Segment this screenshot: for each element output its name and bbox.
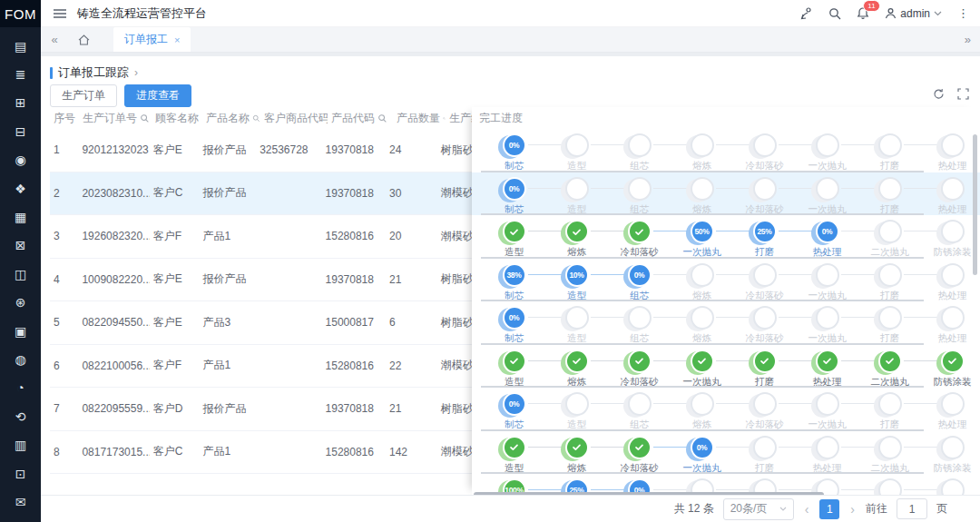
bell-icon[interactable]: 11	[857, 6, 869, 20]
tabs-overflow-icon[interactable]: »	[965, 33, 971, 46]
page-number-button[interactable]: 1	[819, 499, 839, 519]
fullscreen-icon[interactable]	[957, 88, 969, 100]
step-circle: 10%	[565, 263, 589, 287]
screen-icon[interactable]: ◫	[0, 260, 41, 288]
table-cell-seq: 1	[50, 143, 78, 156]
progress-row[interactable]: 0%制芯造型组芯熔炼冷却落砂一次抛丸打磨热处理	[472, 301, 980, 345]
table-row[interactable]	[50, 474, 472, 495]
calculator-icon[interactable]: ⊠	[0, 231, 41, 260]
progress-row[interactable]: 造型熔炼冷却落砂50%一次抛丸25%打磨0%热处理二次抛丸防锈涂装	[472, 215, 980, 259]
search-icon[interactable]	[828, 7, 841, 20]
table-row[interactable]: 70822095559...客户D报价产品1937081821树脂砂	[50, 388, 472, 431]
step-label: 热处理	[796, 246, 858, 259]
title-chevron-icon: ›	[134, 66, 138, 79]
table-row[interactable]: 50822094550...客户E产品3150008176树脂砂	[50, 301, 472, 345]
process-step: 一次抛丸	[796, 172, 858, 216]
table-row[interactable]: 22023082310...客户C报价产品1937081830潮模砂	[50, 172, 472, 216]
kebab-menu-icon[interactable]: ⋮	[957, 6, 969, 20]
step-percent: 10%	[569, 271, 583, 280]
step-circle	[941, 392, 965, 416]
step-circle	[628, 177, 652, 201]
step-circle	[816, 133, 839, 157]
table-cell-product_code: 15280816	[322, 446, 386, 458]
process-step: 冷却落砂	[733, 388, 796, 431]
sync-icon[interactable]: ⟲	[0, 402, 41, 430]
folder-config-icon[interactable]: ⊡	[0, 459, 41, 488]
page-size-select[interactable]: 20条/页	[723, 498, 794, 520]
process-step: 0%组芯	[608, 259, 671, 302]
step-circle	[503, 350, 526, 373]
factory-icon[interactable]: ◍	[0, 345, 41, 373]
report-chart-icon[interactable]: ▦	[0, 202, 41, 231]
step-label: 组芯	[608, 160, 671, 172]
clock-icon[interactable]: ◔	[0, 374, 41, 402]
step-circle	[628, 220, 652, 243]
progress-row[interactable]: 造型熔炼冷却落砂一次抛丸打磨热处理二次抛丸防锈涂装	[472, 345, 980, 389]
tab-close-icon[interactable]: ×	[174, 34, 180, 45]
progress-row[interactable]: 0%制芯造型组芯熔炼冷却落砂一次抛丸打磨热处理	[472, 129, 980, 172]
refresh-icon[interactable]	[933, 88, 945, 100]
table-cell-product: 产品1	[199, 229, 256, 244]
user-menu[interactable]: admin	[885, 7, 942, 20]
table-row[interactable]: 192012132023客户E报价产品325367281937081824树脂砂	[50, 129, 472, 172]
step-circle	[565, 133, 589, 157]
route-icon[interactable]	[799, 7, 813, 20]
column-search-icon[interactable]	[377, 113, 387, 123]
folder-docs-icon[interactable]: ⊟	[0, 117, 41, 145]
menu-list-icon[interactable]: ≣	[0, 60, 41, 88]
progress-row[interactable]: 38%制芯10%造型0%组芯熔炼冷却落砂一次抛丸打磨热处理	[472, 259, 980, 302]
table-cell-qty: 6	[386, 316, 437, 329]
tabs-collapse-icon[interactable]: «	[41, 33, 68, 46]
id-card-icon[interactable]: ▤	[0, 32, 41, 60]
share-nodes-icon[interactable]: ⊛	[0, 289, 41, 317]
production-order-button[interactable]: 生产订单	[50, 84, 117, 107]
table-row[interactable]: 80817173015...客户C产品115280816142潮模砂	[50, 431, 472, 475]
step-percent: 0%	[509, 313, 520, 322]
column-header: 产品代码	[328, 109, 393, 127]
step-circle	[628, 350, 652, 373]
process-step: 0%制芯	[483, 129, 545, 172]
process-step: 二次抛丸	[858, 345, 921, 389]
process-step: 热处理	[921, 301, 980, 345]
next-page-button[interactable]: ›	[848, 502, 857, 517]
process-step: 打磨	[858, 129, 921, 172]
table-row[interactable]: 41009082220...客户E报价产品1937081821树脂砂	[50, 259, 472, 302]
step-label: 冷却落砂	[733, 160, 796, 172]
table-cell-product_code: 19370818	[322, 402, 386, 415]
layers-icon[interactable]: ❖	[0, 174, 41, 202]
progress-row[interactable]: 0%制芯造型组芯熔炼冷却落砂一次抛丸打磨热处理	[472, 388, 980, 431]
vertical-scrollbar[interactable]	[973, 134, 977, 275]
step-circle	[816, 350, 839, 373]
step-percent: 0%	[509, 399, 520, 409]
hamburger-icon[interactable]	[54, 8, 66, 19]
grid-table-icon[interactable]: ▥	[0, 430, 41, 458]
progress-view-button[interactable]: 进度查看	[124, 84, 191, 107]
table-cell-order_no: 1926082320...	[78, 230, 149, 242]
table-row[interactable]: 31926082320...客户F产品11528081620潮模砂	[50, 215, 472, 259]
process-step: 一次抛丸	[796, 129, 858, 172]
progress-row[interactable]: 0%制芯造型组芯熔炼冷却落砂一次抛丸打磨热处理	[472, 172, 980, 216]
table-cell-customer: 客户E	[150, 315, 200, 330]
column-search-icon[interactable]	[140, 113, 150, 123]
home-icon[interactable]	[68, 34, 99, 45]
mail-icon[interactable]: ✉	[0, 488, 41, 516]
plan-board-icon[interactable]: ⊞	[0, 89, 41, 117]
step-circle	[628, 306, 652, 330]
progress-row[interactable]: 造型熔炼冷却落砂0%一次抛丸打磨热处理二次抛丸防锈涂装	[472, 431, 980, 475]
goto-page-input[interactable]	[897, 498, 927, 519]
step-label: 制芯	[483, 290, 545, 302]
column-search-icon[interactable]	[252, 113, 260, 123]
step-label: 热处理	[921, 160, 980, 172]
step-label: 一次抛丸	[671, 376, 733, 389]
process-step: 0%一次抛丸	[671, 431, 733, 475]
process-step: 一次抛丸	[671, 345, 733, 389]
prev-page-button[interactable]: ‹	[803, 502, 811, 517]
table-row[interactable]: 60822100056...客户F产品11528081622潮模砂	[50, 345, 472, 389]
step-circle: 0%	[503, 306, 526, 330]
tab-order-report[interactable]: 订单报工 ×	[113, 27, 191, 52]
camera-icon[interactable]: ▣	[0, 317, 41, 345]
column-header-label: 顾客名称	[155, 111, 199, 126]
monitor-search-icon[interactable]: ◉	[0, 146, 41, 174]
check-icon	[633, 441, 645, 453]
step-circle	[941, 350, 965, 373]
